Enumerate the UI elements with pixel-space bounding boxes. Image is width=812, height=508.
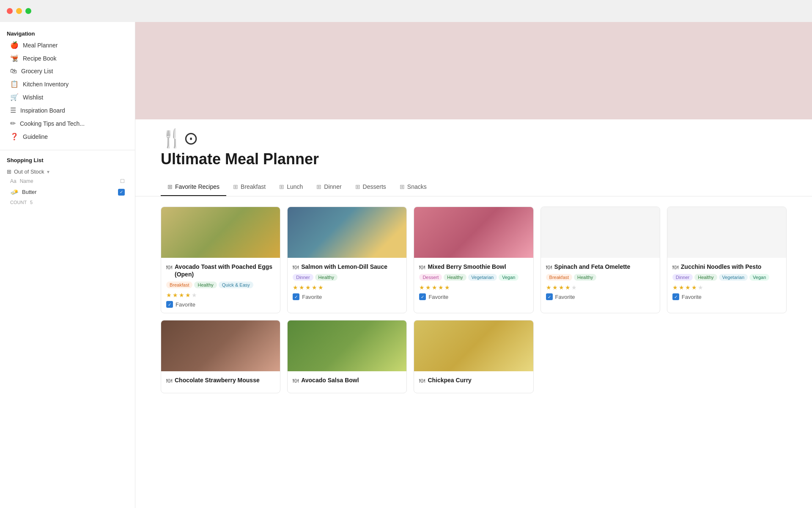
recipe-stars-0: ★★★★★ <box>166 292 275 298</box>
recipe-image-2 <box>414 207 533 258</box>
tag-dessert: Dessert <box>419 274 442 281</box>
star-filled: ★ <box>318 284 324 291</box>
recipe-image-1 <box>288 207 406 258</box>
sidebar-label-guideline: Guideline <box>23 133 48 140</box>
favorite-checkbox[interactable]: ✓ <box>546 293 553 300</box>
recipe-title-row-5: 🍽Chocolate Strawberry Mousse <box>166 376 275 384</box>
page-icon: 🍴 ⊙ <box>161 128 787 149</box>
tag-healthy: Healthy <box>315 274 337 281</box>
shopping-item-butter[interactable]: 🧈 Butter ✓ <box>7 186 128 198</box>
recipe-card-2[interactable]: 🍽Mixed Berry Smoothie BowlDessertHealthy… <box>414 207 533 313</box>
recipe-tags-2: DessertHealthyVegetarianVegan <box>419 274 528 281</box>
out-of-stock-label: Out of Stock <box>14 168 44 175</box>
maximize-button[interactable] <box>25 8 31 14</box>
tab-favorite-recipes[interactable]: ⊞ Favorite Recipes <box>161 178 226 196</box>
sidebar-item-grocery-list[interactable]: 🛍 Grocery List <box>7 65 128 77</box>
page-banner <box>135 22 812 119</box>
favorite-checkbox[interactable]: ✓ <box>293 293 299 300</box>
recipe-title-text-7: Chickpea Curry <box>428 376 471 384</box>
recipe-title-row-0: 🍽Avocado Toast with Poached Eggs (Open) <box>166 263 275 278</box>
recipe-card-3[interactable]: 🍽Spinach and Feta OmeletteBreakfastHealt… <box>540 207 660 313</box>
recipe-tags-1: DinnerHealthy <box>293 274 401 281</box>
out-of-stock-toggle[interactable]: ⊞ Out of Stock ▾ <box>7 167 128 177</box>
tab-breakfast[interactable]: ⊞ Breakfast <box>226 178 272 196</box>
star-filled: ★ <box>679 284 684 291</box>
plate-recipe-icon: 🍽 <box>293 377 299 384</box>
sidebar-label-cooking-tips: Cooking Tips and Tech... <box>20 120 85 127</box>
clipboard-icon: 📋 <box>10 80 19 88</box>
table-icon: ⊞ <box>7 168 11 175</box>
recipe-card-7[interactable]: 🍽Chickpea Curry <box>414 320 533 393</box>
sidebar-item-inspiration-board[interactable]: ☰ Inspiration Board <box>7 104 128 117</box>
recipe-title-text-0: Avocado Toast with Poached Eggs (Open) <box>175 263 275 278</box>
tab-dinner[interactable]: ⊞ Dinner <box>310 178 348 196</box>
minimize-button[interactable] <box>16 8 22 14</box>
grid-icon-favorite: ⊞ <box>167 183 173 190</box>
recipe-favorite-3: ✓Favorite <box>546 293 655 300</box>
recipe-favorite-4: ✓Favorite <box>672 293 781 300</box>
tab-label-snacks: Snacks <box>407 183 427 190</box>
close-button[interactable] <box>7 8 13 14</box>
star-filled: ★ <box>299 284 304 291</box>
tab-desserts[interactable]: ⊞ Desserts <box>348 178 393 196</box>
favorite-checkbox[interactable]: ✓ <box>672 293 679 300</box>
tab-lunch[interactable]: ⊞ Lunch <box>272 178 310 196</box>
butter-checkbox[interactable]: ✓ <box>118 188 125 196</box>
recipe-card-5[interactable]: 🍽Chocolate Strawberry Mousse <box>161 320 280 393</box>
tag-breakfast: Breakfast <box>166 282 192 288</box>
recipe-card-4[interactable]: 🍽Zucchini Noodles with PestoDinnerHealth… <box>667 207 787 313</box>
favorite-checkbox[interactable]: ✓ <box>166 301 173 308</box>
sidebar-item-cooking-tips[interactable]: ✏ Cooking Tips and Tech... <box>7 117 128 130</box>
shopping-list-section: Shopping List ⊞ Out of Stock ▾ Aa Name ☐… <box>0 150 135 210</box>
recipe-title-row-2: 🍽Mixed Berry Smoothie Bowl <box>419 263 528 271</box>
title-bar <box>0 0 812 22</box>
favorite-checkbox[interactable]: ✓ <box>419 293 426 300</box>
recipe-title-row-3: 🍽Spinach and Feta Omelette <box>546 263 655 271</box>
sidebar-item-meal-planner[interactable]: 🍎 Meal Planner <box>7 39 128 52</box>
grid-icon-breakfast: ⊞ <box>233 183 238 190</box>
sidebar-item-recipe-book[interactable]: 🫕 Recipe Book <box>7 52 128 65</box>
tag-breakfast: Breakfast <box>546 274 572 281</box>
recipe-title-text-2: Mixed Berry Smoothie Bowl <box>428 263 506 271</box>
star-empty: ★ <box>571 284 577 291</box>
plate-recipe-icon: 🍽 <box>419 264 425 271</box>
recipe-card-1[interactable]: 🍽Salmon with Lemon-Dill SauceDinnerHealt… <box>287 207 407 313</box>
recipe-card-0[interactable]: 🍽Avocado Toast with Poached Eggs (Open)B… <box>161 207 280 313</box>
plate-recipe-icon: 🍽 <box>546 264 552 271</box>
tag-healthy: Healthy <box>574 274 596 281</box>
grid-icon-dinner: ⊞ <box>316 183 321 190</box>
recipe-image-4 <box>667 207 786 258</box>
recipe-image-3 <box>541 207 660 258</box>
recipe-favorite-0: ✓Favorite <box>166 301 275 308</box>
pot-icon: 🫕 <box>10 54 19 62</box>
star-empty: ★ <box>192 292 197 298</box>
recipe-tags-4: DinnerHealthyVegetarianVegan <box>672 274 781 281</box>
star-filled: ★ <box>438 284 444 291</box>
sidebar-label-recipe-book: Recipe Book <box>23 55 56 62</box>
star-filled: ★ <box>305 284 311 291</box>
recipe-title-row-6: 🍽Avocado Salsa Bowl <box>293 376 401 384</box>
recipe-stars-4: ★★★★★ <box>672 284 781 291</box>
favorite-label: Favorite <box>302 294 322 300</box>
recipe-card-6[interactable]: 🍽Avocado Salsa Bowl <box>287 320 407 393</box>
page-header: 🍴 ⊙ Ultimate Meal Planner <box>135 119 812 178</box>
shopping-list-title: Shopping List <box>7 157 128 163</box>
sidebar-item-guideline[interactable]: ❓ Guideline <box>7 130 128 143</box>
sidebar-item-kitchen-inventory[interactable]: 📋 Kitchen Inventory <box>7 77 128 91</box>
plate-recipe-icon: 🍽 <box>419 377 425 384</box>
count-label: COUNT <box>10 200 27 205</box>
recipe-grid: 🍽Avocado Toast with Poached Eggs (Open)B… <box>161 207 787 393</box>
star-filled: ★ <box>685 284 691 291</box>
bag-icon: 🛍 <box>10 67 17 75</box>
name-column-header: Name <box>20 178 33 184</box>
star-filled: ★ <box>691 284 697 291</box>
sidebar-item-wishlist[interactable]: 🛒 Wishlist <box>7 91 128 104</box>
nav-section: Navigation 🍎 Meal Planner 🫕 Recipe Book … <box>0 22 135 146</box>
tab-snacks[interactable]: ⊞ Snacks <box>393 178 433 196</box>
star-filled: ★ <box>672 284 678 291</box>
cart-icon: 🛒 <box>10 93 19 101</box>
star-empty: ★ <box>698 284 703 291</box>
recipe-image-5 <box>161 320 280 371</box>
nav-title: Navigation <box>7 30 128 37</box>
recipe-title-text-6: Avocado Salsa Bowl <box>301 376 359 384</box>
